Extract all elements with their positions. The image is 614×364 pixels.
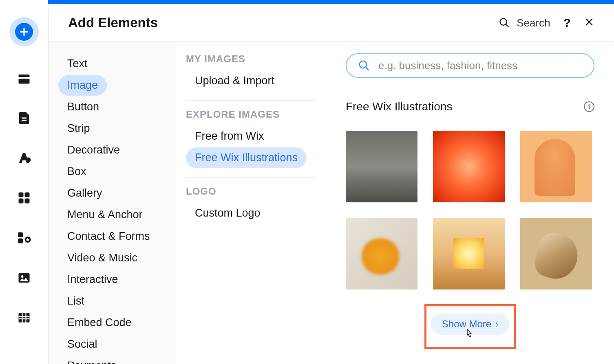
image-search-bar[interactable]	[346, 53, 594, 78]
svg-rect-5	[19, 193, 24, 197]
show-more-highlight: Show More ›	[424, 304, 516, 349]
search-bar-wrap	[326, 42, 614, 87]
illustration-grid	[346, 131, 594, 289]
close-icon	[584, 17, 594, 27]
header-search-label: Search	[517, 17, 550, 29]
subcategory-item[interactable]: Free Wix Illustrations	[186, 147, 307, 168]
apps-icon[interactable]	[16, 190, 32, 206]
add-button[interactable]	[9, 17, 39, 46]
svg-point-15	[360, 61, 367, 68]
svg-point-4	[26, 158, 31, 162]
show-more-label: Show More	[442, 318, 491, 330]
svg-point-12	[21, 275, 24, 278]
subcategory-section-title: EXPLORE IMAGES	[186, 109, 316, 120]
plus-icon	[15, 23, 33, 41]
illustration-thumb[interactable]	[433, 131, 505, 202]
content-section-header: Free Wix Illustrations i	[346, 100, 594, 119]
element-type-item[interactable]: Payments	[58, 355, 125, 364]
element-type-item[interactable]: Video & Music	[58, 248, 146, 268]
table-icon[interactable]	[16, 309, 32, 326]
element-type-item[interactable]: Button	[58, 96, 108, 117]
illustration-thumb[interactable]	[433, 218, 505, 289]
element-types-column: TextImageButtonStripDecorativeBoxGallery…	[49, 42, 176, 364]
element-type-item[interactable]: Social	[58, 334, 106, 355]
header-actions: Search ?	[499, 16, 594, 30]
subcategory-item[interactable]: Custom Logo	[186, 203, 269, 224]
image-search-input[interactable]	[378, 59, 582, 72]
element-type-item[interactable]: Menu & Anchor	[58, 204, 152, 225]
main-panel: Add Elements Search ? TextImageButtonStr…	[48, 4, 614, 364]
show-more-button[interactable]: Show More ›	[431, 314, 510, 335]
left-rail	[0, 0, 48, 364]
illustration-thumb[interactable]	[346, 218, 417, 289]
content-scroll: Free Wix Illustrations i Show More ›	[326, 87, 614, 364]
element-type-item[interactable]: Image	[58, 75, 107, 96]
content-section-title: Free Wix Illustrations	[346, 100, 452, 113]
search-icon	[499, 17, 510, 29]
illustration-thumb[interactable]	[346, 131, 417, 202]
search-icon	[358, 59, 370, 72]
element-type-item[interactable]: Interactive	[58, 269, 127, 290]
element-type-item[interactable]: Strip	[58, 118, 99, 139]
content-area: Free Wix Illustrations i Show More ›	[326, 42, 614, 364]
media-icon[interactable]	[16, 270, 32, 286]
illustration-thumb[interactable]	[520, 131, 592, 202]
divider	[186, 100, 316, 101]
element-type-item[interactable]: Gallery	[58, 183, 111, 204]
element-type-item[interactable]: Text	[58, 53, 97, 74]
illustration-thumb[interactable]	[520, 218, 592, 289]
help-button[interactable]: ?	[563, 16, 571, 30]
element-type-item[interactable]: Decorative	[58, 140, 129, 160]
section-icon[interactable]	[16, 70, 32, 86]
info-icon[interactable]: i	[584, 101, 594, 112]
svg-rect-9	[18, 232, 23, 237]
columns: TextImageButtonStripDecorativeBoxGallery…	[49, 42, 614, 364]
svg-rect-3	[22, 120, 27, 121]
chevron-right-icon: ›	[495, 319, 498, 329]
svg-rect-8	[25, 199, 30, 204]
svg-point-14	[500, 19, 507, 25]
element-type-item[interactable]: List	[58, 291, 93, 311]
svg-rect-13	[19, 313, 30, 322]
panel-title: Add Elements	[68, 15, 158, 31]
svg-rect-7	[19, 199, 24, 204]
design-icon[interactable]	[16, 150, 32, 166]
subcategory-section-title: MY IMAGES	[186, 53, 316, 65]
divider	[186, 177, 316, 178]
show-more-wrap: Show More ›	[346, 304, 594, 349]
svg-rect-2	[22, 118, 27, 119]
page-icon[interactable]	[16, 110, 32, 126]
subcategory-item[interactable]: Upload & Import	[186, 70, 283, 91]
svg-rect-1	[19, 79, 30, 84]
settings-plugin-icon[interactable]	[16, 230, 32, 246]
top-accent-bar	[48, 0, 614, 4]
svg-rect-0	[19, 75, 30, 77]
element-type-item[interactable]: Contact & Forms	[58, 226, 159, 247]
svg-rect-10	[18, 239, 23, 243]
subcategories-column: MY IMAGESUpload & ImportEXPLORE IMAGESFr…	[176, 42, 326, 364]
close-button[interactable]	[584, 17, 594, 29]
element-type-item[interactable]: Box	[58, 161, 95, 182]
header-search-button[interactable]: Search	[499, 17, 550, 29]
svg-rect-6	[25, 193, 30, 197]
panel-header: Add Elements Search ?	[49, 4, 614, 42]
subcategory-section-title: LOGO	[186, 186, 316, 197]
element-type-item[interactable]: Embed Code	[58, 312, 141, 333]
subcategory-item[interactable]: Free from Wix	[186, 126, 273, 147]
